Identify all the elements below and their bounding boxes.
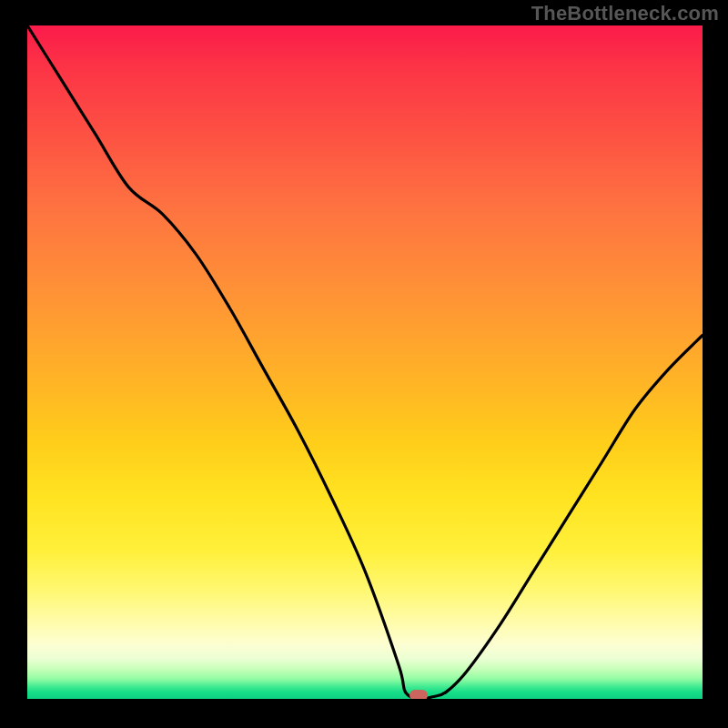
plot-area (27, 25, 703, 699)
bottleneck-curve (27, 25, 703, 699)
minimum-marker (410, 690, 428, 699)
curve-path (27, 25, 703, 699)
chart-frame: TheBottleneck.com (0, 0, 728, 728)
watermark-label: TheBottleneck.com (531, 2, 719, 25)
